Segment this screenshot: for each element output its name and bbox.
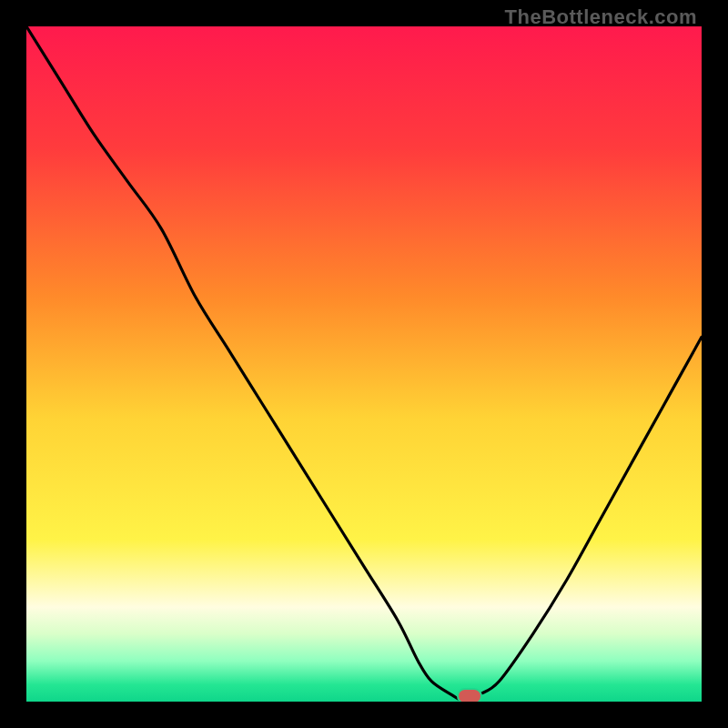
bottleneck-curve (26, 26, 702, 702)
operating-point-marker (459, 690, 480, 702)
plot-area (26, 26, 702, 702)
chart-frame: TheBottleneck.com (0, 0, 728, 728)
watermark-text: TheBottleneck.com (505, 5, 697, 29)
